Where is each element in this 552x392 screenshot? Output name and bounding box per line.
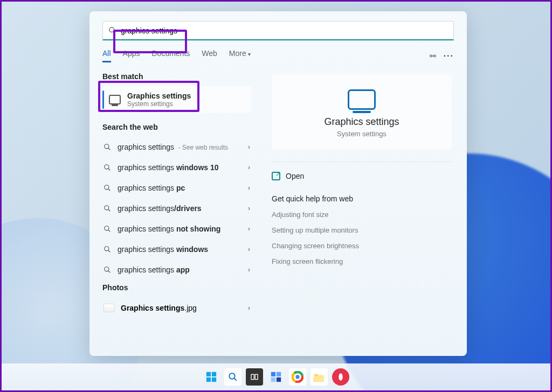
search-icon	[104, 143, 111, 151]
svg-line-15	[108, 271, 111, 273]
tab-more[interactable]: More▾	[229, 49, 251, 62]
svg-rect-25	[277, 372, 281, 376]
svg-point-6	[105, 185, 109, 190]
svg-line-5	[108, 169, 111, 171]
svg-rect-27	[277, 377, 281, 382]
preview-card: Graphics settings System settings	[272, 74, 452, 150]
svg-rect-19	[212, 377, 216, 382]
chevron-right-icon: ›	[248, 184, 250, 192]
opera-icon[interactable]	[332, 368, 349, 386]
svg-rect-18	[206, 377, 211, 382]
svg-rect-16	[206, 372, 211, 376]
svg-rect-33	[314, 376, 324, 381]
web-result[interactable]: graphics settings app›	[102, 260, 257, 280]
file-explorer-icon[interactable]	[310, 368, 328, 386]
svg-rect-24	[271, 372, 275, 376]
svg-line-13	[108, 250, 111, 253]
svg-line-1	[113, 31, 115, 33]
best-match-label: Best match	[102, 72, 257, 81]
chevron-right-icon: ›	[248, 143, 250, 151]
task-view-icon[interactable]	[246, 368, 263, 386]
help-link[interactable]: Fixing screen flickering	[272, 257, 343, 265]
monitor-icon	[109, 95, 121, 104]
web-result[interactable]: graphics settings - See web results›	[102, 137, 257, 157]
start-button[interactable]	[203, 368, 220, 386]
help-link[interactable]: Setting up multiple monitors	[272, 226, 358, 234]
svg-rect-23	[255, 374, 258, 379]
more-options-icon[interactable]: ···	[444, 51, 454, 61]
svg-rect-22	[251, 374, 254, 379]
svg-rect-17	[212, 372, 216, 376]
filter-tabs: All Apps Documents Web More▾	[102, 49, 251, 62]
chevron-right-icon: ›	[248, 225, 250, 233]
quick-help-label: Get quick help from web	[272, 194, 452, 203]
widgets-icon[interactable]	[267, 368, 285, 386]
web-result[interactable]: graphics settings windows›	[102, 239, 257, 260]
svg-point-4	[105, 165, 109, 169]
chevron-right-icon: ›	[248, 205, 250, 212]
open-action[interactable]: Open	[272, 172, 452, 180]
taskbar	[2, 363, 550, 390]
divider	[272, 162, 452, 162]
svg-line-21	[234, 378, 237, 381]
chrome-icon[interactable]	[289, 368, 306, 386]
monitor-icon	[348, 89, 376, 110]
svg-line-3	[108, 148, 111, 150]
chevron-right-icon: ›	[248, 304, 250, 312]
start-search-panel: All Apps Documents Web More▾ ⚯ ··· Best …	[89, 11, 467, 356]
photo-thumb-icon	[104, 304, 114, 312]
search-icon	[104, 205, 111, 212]
search-input[interactable]	[121, 26, 448, 35]
search-icon	[104, 225, 111, 233]
photos-label: Photos	[102, 283, 257, 292]
svg-point-2	[105, 144, 109, 149]
svg-point-32	[295, 375, 299, 379]
selection-bar	[102, 90, 104, 109]
tab-all[interactable]: All	[102, 49, 111, 62]
svg-point-0	[109, 27, 114, 32]
web-result[interactable]: graphics settings pc›	[102, 178, 257, 198]
preview-title: Graphics settings	[282, 116, 441, 128]
search-icon	[108, 26, 116, 34]
tab-documents[interactable]: Documents	[151, 49, 190, 62]
search-icon	[104, 266, 111, 274]
svg-line-11	[108, 230, 111, 232]
svg-point-14	[105, 267, 109, 271]
help-link[interactable]: Changing screen brightness	[272, 242, 359, 250]
svg-point-12	[105, 247, 109, 251]
rewards-icon[interactable]: ⚯	[430, 52, 436, 60]
svg-point-35	[339, 373, 343, 381]
web-result[interactable]: graphics settings windows 10›	[102, 157, 257, 178]
tab-web[interactable]: Web	[202, 49, 217, 62]
search-icon	[104, 164, 111, 171]
chevron-right-icon: ›	[248, 266, 250, 274]
taskbar-search-icon[interactable]	[224, 368, 242, 386]
svg-point-10	[105, 226, 109, 230]
search-icon	[104, 184, 111, 192]
web-result[interactable]: graphics settings/drivers›	[102, 198, 257, 219]
preview-subtitle: System settings	[282, 130, 441, 138]
web-result[interactable]: graphics settings not showing›	[102, 219, 257, 239]
open-icon	[272, 172, 280, 180]
svg-point-8	[105, 206, 109, 210]
svg-point-20	[229, 373, 235, 379]
svg-rect-26	[271, 377, 275, 382]
best-match-subtitle: System settings	[127, 100, 191, 108]
best-match-title: Graphics settings	[127, 92, 191, 100]
best-match-item[interactable]: Graphics settings System settings	[102, 86, 251, 113]
svg-line-9	[108, 209, 111, 212]
help-link[interactable]: Adjusting font size	[272, 211, 329, 219]
search-web-label: Search the web	[102, 123, 257, 131]
search-icon	[104, 246, 111, 253]
chevron-right-icon: ›	[248, 164, 250, 171]
photos-result[interactable]: Graphics settings.jpg ›	[102, 297, 257, 319]
svg-line-7	[108, 189, 111, 191]
tab-apps[interactable]: Apps	[123, 49, 140, 62]
chevron-right-icon: ›	[248, 246, 250, 253]
search-bar[interactable]	[102, 21, 454, 40]
